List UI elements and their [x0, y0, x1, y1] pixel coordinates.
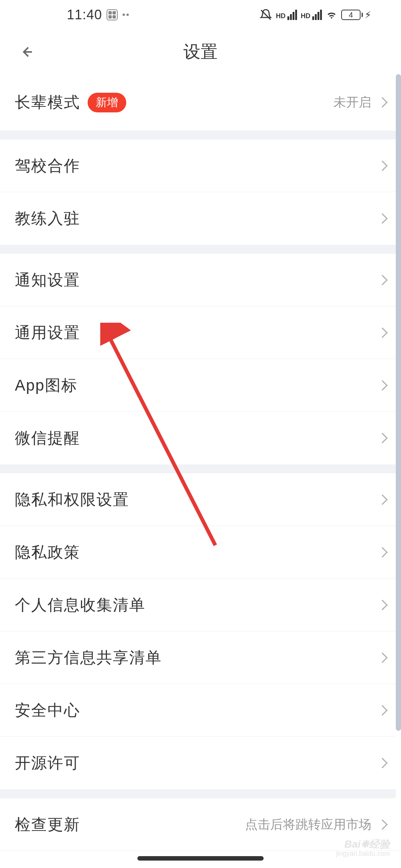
row-notification-settings[interactable]: 通知设置	[0, 254, 401, 306]
chevron-right-icon	[377, 705, 388, 715]
signal-bars-icon	[287, 10, 297, 20]
chevron-right-icon	[377, 327, 388, 338]
row-app-icon[interactable]: App图标	[0, 359, 401, 412]
battery-indicator: 4 ⚡︎	[341, 9, 371, 21]
row-label: 教练入驻	[15, 208, 80, 229]
row-value: 点击后将跳转应用市场	[245, 816, 371, 833]
hd-label-1: HD	[276, 12, 286, 20]
row-elder-mode[interactable]: 长辈模式 新增 未开启	[0, 74, 401, 131]
row-label: 通知设置	[15, 270, 80, 290]
status-bar: 11:40 •• HD HD 4	[0, 0, 401, 30]
row-driving-school[interactable]: 驾校合作	[0, 139, 401, 192]
row-label: 检查更新	[15, 814, 80, 835]
vibrate-silent-icon	[260, 9, 272, 21]
row-privacy-policy[interactable]: 隐私政策	[0, 526, 401, 579]
row-label: 个人信息收集清单	[15, 595, 146, 615]
row-label: App图标	[15, 375, 78, 396]
charging-icon: ⚡︎	[365, 9, 371, 21]
row-wechat-reminder[interactable]: 微信提醒	[0, 412, 401, 464]
chevron-right-icon	[377, 380, 388, 390]
back-arrow-icon	[17, 43, 35, 61]
row-label: 长辈模式	[15, 92, 80, 113]
status-time: 11:40	[67, 7, 102, 23]
chevron-right-icon	[377, 274, 388, 285]
chevron-right-icon	[377, 433, 388, 443]
page-title: 设置	[0, 40, 401, 63]
row-security-center[interactable]: 安全中心	[0, 684, 401, 737]
chevron-right-icon	[377, 97, 388, 108]
row-label: 隐私和权限设置	[15, 489, 129, 510]
row-value: 未开启	[333, 94, 371, 111]
signal-bars-icon	[312, 10, 322, 20]
row-label: 隐私政策	[15, 542, 80, 563]
chevron-right-icon	[377, 819, 388, 829]
row-open-source-license[interactable]: 开源许可	[0, 737, 401, 789]
row-label: 通用设置	[15, 322, 80, 343]
new-badge: 新增	[88, 93, 126, 112]
chevron-right-icon	[377, 547, 388, 557]
status-right: HD HD 4 ⚡︎	[260, 9, 371, 21]
section-privacy: 隐私和权限设置 隐私政策 个人信息收集清单 第三方信息共享清单 安全中心 开源许…	[0, 473, 401, 789]
row-coach-join[interactable]: 教练入驻	[0, 192, 401, 245]
battery-level: 4	[349, 11, 353, 19]
watermark-main: Bai❋经验	[344, 838, 390, 850]
more-icon: ••	[122, 10, 130, 20]
chevron-right-icon	[377, 213, 388, 224]
watermark-sub: jingyan.baidu.com	[336, 850, 390, 858]
section-general: 通知设置 通用设置 App图标 微信提醒	[0, 254, 401, 464]
chevron-right-icon	[377, 160, 388, 171]
chevron-right-icon	[377, 652, 388, 662]
signal-1: HD	[276, 10, 297, 20]
hd-label-2: HD	[301, 12, 310, 20]
row-label: 安全中心	[15, 700, 80, 721]
home-indicator[interactable]	[137, 856, 264, 861]
watermark: Bai❋经验 jingyan.baidu.com	[336, 839, 390, 858]
status-left: 11:40 ••	[67, 7, 130, 23]
signal-2: HD	[301, 10, 322, 20]
row-label: 微信提醒	[15, 428, 80, 448]
chevron-right-icon	[377, 758, 388, 768]
row-personal-info-list[interactable]: 个人信息收集清单	[0, 579, 401, 631]
chevron-right-icon	[377, 494, 388, 504]
chevron-right-icon	[377, 599, 388, 610]
section-elder-mode: 长辈模式 新增 未开启	[0, 74, 401, 131]
scrollbar-thumb[interactable]	[396, 74, 401, 731]
row-label: 第三方信息共享清单	[15, 647, 162, 668]
section-cooperation: 驾校合作 教练入驻	[0, 139, 401, 245]
row-label: 开源许可	[15, 753, 80, 773]
nfc-icon	[107, 9, 118, 20]
back-button[interactable]	[15, 41, 37, 63]
row-privacy-permissions[interactable]: 隐私和权限设置	[0, 473, 401, 526]
wifi-icon	[326, 9, 338, 21]
row-label: 驾校合作	[15, 155, 80, 176]
page-header: 设置	[0, 30, 401, 74]
row-general-settings[interactable]: 通用设置	[0, 306, 401, 359]
row-third-party-sharing[interactable]: 第三方信息共享清单	[0, 631, 401, 684]
